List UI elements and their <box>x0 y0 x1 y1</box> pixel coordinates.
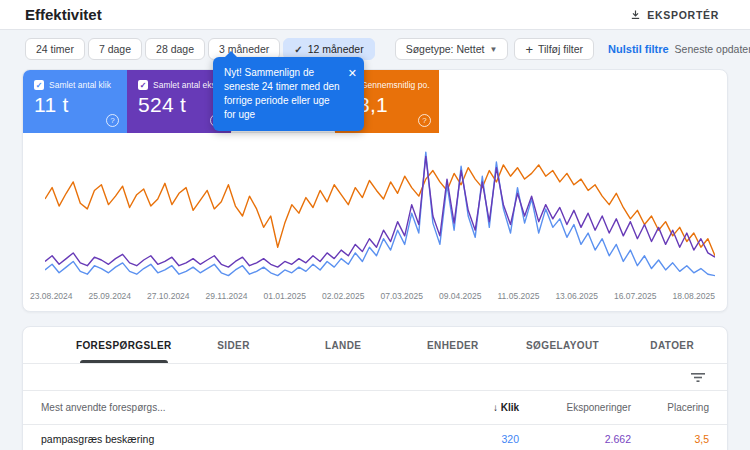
page-title: Effektivitet <box>25 6 102 23</box>
column-header-label: Placering <box>667 402 709 413</box>
column-header-label: Klik <box>501 402 519 413</box>
metric-card-label: Samlet antal eksp <box>153 80 221 90</box>
search-console-performance-page: Effektivitet EKSPORTÉR 24 timer7 dage28 … <box>0 0 750 450</box>
query-cell[interactable]: pampasgræs beskæring <box>41 433 369 445</box>
export-label: EKSPORTÉR <box>647 9 719 21</box>
value-cell: 2.662 <box>519 433 631 445</box>
chart-line-gennemsnitlig-position <box>45 165 715 256</box>
tab-enheder[interactable]: ENHEDER <box>398 327 508 363</box>
chevron-down-icon: ▼ <box>489 45 497 54</box>
tab-lande[interactable]: LANDE <box>288 327 398 363</box>
x-axis-label: 18.08.2025 <box>672 291 715 301</box>
reset-filters-link[interactable]: Nulstil filtre <box>608 43 669 55</box>
table-header-row: Mest anvendte forespørgs...↓ KlikEkspone… <box>23 391 727 425</box>
x-axis-label: 16.07.2025 <box>614 291 657 301</box>
date-range-chip-label: 28 dage <box>156 43 194 55</box>
date-range-chip-label: 24 timer <box>36 43 74 55</box>
tab-sider[interactable]: SIDER <box>179 327 289 363</box>
date-range-chip-label: 12 måneder <box>308 43 364 55</box>
checkbox-checked-icon[interactable]: ✓ <box>138 80 148 90</box>
x-axis-label: 23.08.2024 <box>30 291 73 301</box>
value-cell: 320 <box>369 433 519 445</box>
metric-cards: ✓Samlet antal klik11 t?✓Samlet antal eks… <box>23 70 727 133</box>
metric-card-label-row: ✓Samlet antal eksp <box>138 80 222 90</box>
x-axis-label: 11.05.2025 <box>498 291 540 301</box>
add-filter-chip[interactable]: + Tilføj filter <box>514 38 594 60</box>
checkbox-checked-icon[interactable]: ✓ <box>34 80 44 90</box>
add-filter-label: Tilføj filter <box>538 43 583 55</box>
date-range-chip[interactable]: 28 dage <box>145 38 205 60</box>
chart-line-klik <box>45 152 715 276</box>
filter-toolbar: 24 timer7 dage28 dage3 måneder✓12 månede… <box>0 30 750 67</box>
x-axis-label: 07.03.2025 <box>380 291 423 301</box>
sort-desc-icon: ↓ <box>493 402 501 413</box>
metric-card-value: 524 t <box>138 93 222 117</box>
x-axis-label: 27.10.2024 <box>147 291 190 301</box>
plus-icon: + <box>525 43 533 56</box>
search-type-label: Søgetype: Nettet <box>406 43 485 55</box>
chart-line-eksponeringer <box>45 156 715 267</box>
search-type-chip[interactable]: Søgetype: Nettet ▼ <box>395 38 509 60</box>
queries-table-panel: FORESPØRGSLERSIDERLANDEENHEDERSØGELAYOUT… <box>22 326 728 450</box>
date-range-chip[interactable]: 24 timer <box>25 38 85 60</box>
check-icon: ✓ <box>294 44 302 55</box>
metric-card-value: 11 t <box>34 93 118 117</box>
performance-chart <box>45 145 715 287</box>
tab-foresp-rgsler[interactable]: FORESPØRGSLER <box>69 327 179 363</box>
date-range-chip[interactable]: 7 dage <box>88 38 142 60</box>
column-header[interactable]: Mest anvendte forespørgs... <box>41 402 369 413</box>
filter-table-icon[interactable] <box>691 372 705 383</box>
export-button[interactable]: EKSPORTÉR <box>624 8 725 22</box>
column-header[interactable]: ↓ Klik <box>369 402 519 413</box>
column-header-label: Mest anvendte forespørgs... <box>41 402 166 413</box>
performance-chart-panel: ✓Samlet antal klik11 t?✓Samlet antal eks… <box>22 69 728 312</box>
table-tabs: FORESPØRGSLERSIDERLANDEENHEDERSØGELAYOUT… <box>23 327 727 364</box>
date-range-chip-label: 7 dage <box>99 43 131 55</box>
column-header-label: Eksponeringer <box>567 402 631 413</box>
x-axis-label: 02.02.2025 <box>322 291 365 301</box>
last-update-text: Seneste opdatering: for 3,5 timer siden <box>675 43 750 55</box>
table-toolbar <box>23 364 727 391</box>
x-axis-label: 25.09.2024 <box>89 291 132 301</box>
metric-card-label-row: ✓Samlet antal klik <box>34 80 118 90</box>
x-axis-label: 13.06.2025 <box>555 291 598 301</box>
tooltip-text: Nyt! Sammenlign de seneste 24 timer med … <box>224 66 344 122</box>
value-cell: 3,5 <box>631 433 709 445</box>
x-axis-label: 29.11.2024 <box>206 291 248 301</box>
x-axis-label: 09.04.2025 <box>439 291 482 301</box>
help-icon[interactable]: ? <box>418 114 431 127</box>
metric-card-label: Gennemsnitlig po... <box>361 80 430 90</box>
download-icon <box>630 9 641 20</box>
x-axis-label: 01.01.2025 <box>263 291 306 301</box>
close-icon[interactable]: ✕ <box>348 66 357 80</box>
page-header: Effektivitet EKSPORTÉR <box>0 0 750 30</box>
tab-datoer[interactable]: DATOER <box>617 327 727 363</box>
table-body: pampasgræs beskæring3202.6623,5 <box>23 425 727 450</box>
table-row[interactable]: pampasgræs beskæring3202.6623,5 <box>23 425 727 450</box>
metric-card-clicks[interactable]: ✓Samlet antal klik11 t? <box>23 70 127 133</box>
chart-x-labels: 23.08.202425.09.202427.10.202429.11.2024… <box>30 291 715 301</box>
column-header[interactable]: Placering <box>631 402 709 413</box>
help-icon[interactable]: ? <box>106 114 119 127</box>
column-header[interactable]: Eksponeringer <box>519 402 631 413</box>
metric-card-label: Samlet antal klik <box>49 80 111 90</box>
tab-s-gelayout[interactable]: SØGELAYOUT <box>508 327 618 363</box>
new-feature-tooltip: Nyt! Sammenlign de seneste 24 timer med … <box>213 57 364 131</box>
